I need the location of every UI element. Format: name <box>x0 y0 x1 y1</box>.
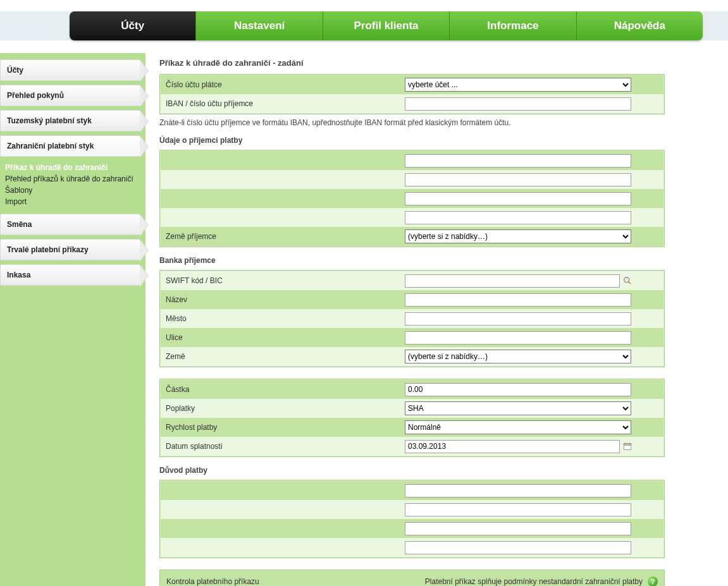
amount-label: Částka <box>161 381 405 398</box>
reason-line2-label <box>161 506 405 513</box>
reason-line1-label <box>161 487 405 494</box>
payment-section: Částka Poplatky SHA Rychlost platby <box>159 379 665 457</box>
sidebar-sub-templates[interactable]: Šablony <box>5 185 137 196</box>
sidebar-sub-import[interactable]: Import <box>5 196 137 207</box>
recipient-line1-input[interactable] <box>405 154 631 168</box>
payer-account-label: Číslo účtu plátce <box>161 76 405 93</box>
account-section: Číslo účtu plátce vyberte účet ... IBAN … <box>159 74 665 114</box>
recipient-line2-input[interactable] <box>405 173 631 186</box>
recipient-line3-input[interactable] <box>405 192 631 205</box>
svg-line-1 <box>629 282 631 284</box>
iban-input[interactable] <box>405 97 631 111</box>
sidebar-item-foreign-payments[interactable]: Zahraniční platební styk <box>0 135 140 157</box>
bank-name-label: Název <box>161 291 405 308</box>
swift-label: SWIFT kód / BIC <box>161 272 405 289</box>
iban-hint: Znáte-li číslo účtu příjemce ve formátu … <box>159 114 665 127</box>
bank-section-title: Banka příjemce <box>159 247 665 270</box>
sidebar-subgroup-foreign: Příkaz k úhradě do zahraničí Přehled pří… <box>0 161 140 214</box>
recipient-line2-label <box>161 176 405 183</box>
reason-line3-input[interactable] <box>405 522 631 535</box>
reason-section <box>159 480 665 558</box>
amount-input[interactable] <box>405 383 631 396</box>
bank-city-label: Město <box>161 310 405 327</box>
sidebar-sub-foreign-order[interactable]: Příkaz k úhradě do zahraničí <box>5 162 137 173</box>
sidebar: Účty Přehled pokynů Tuzemský platební st… <box>0 53 145 586</box>
recipient-line3-label <box>161 195 405 202</box>
nav-client-profile[interactable]: Profil klienta <box>323 11 450 40</box>
sidebar-item-domestic-payments[interactable]: Tuzemský platební styk <box>0 110 140 131</box>
bank-name-input[interactable] <box>405 293 631 307</box>
due-date-label: Datum splatnosti <box>161 438 405 455</box>
recipient-line4-input[interactable] <box>405 211 631 224</box>
page-title: Příkaz k úhradě do zahraničí - zadání <box>159 53 665 74</box>
nav-settings[interactable]: Nastavení <box>196 11 323 40</box>
reason-line4-label <box>161 544 405 551</box>
sidebar-sub-foreign-overview[interactable]: Přehled příkazů k úhradě do zahraničí <box>5 173 137 185</box>
recipient-country-label: Země příjemce <box>161 228 405 245</box>
sidebar-item-orders-overview[interactable]: Přehled pokynů <box>0 85 140 106</box>
due-date-input[interactable] <box>405 440 620 453</box>
reason-line1-input[interactable] <box>405 484 631 497</box>
nav-help[interactable]: Nápověda <box>577 11 703 40</box>
help-icon[interactable]: ? <box>648 577 658 586</box>
bank-city-input[interactable] <box>405 312 631 326</box>
reason-line4-input[interactable] <box>405 541 631 554</box>
order-check-label: Kontrola platebního příkazu <box>166 577 404 586</box>
bank-street-input[interactable] <box>405 331 631 345</box>
recipient-section: Země příjemce (vyberte si z nabídky…) <box>159 150 665 247</box>
bank-country-select[interactable]: (vyberte si z nabídky…) <box>405 350 631 363</box>
reason-line2-input[interactable] <box>405 503 631 516</box>
bank-country-label: Země <box>161 348 405 365</box>
sidebar-item-direct-debits[interactable]: Inkasa <box>0 264 140 286</box>
nav-information[interactable]: Informace <box>450 11 576 40</box>
fees-select[interactable]: SHA <box>405 401 631 415</box>
recipient-line1-label <box>161 157 405 164</box>
reason-line3-label <box>161 525 405 532</box>
calendar-icon[interactable] <box>622 441 632 451</box>
fees-label: Poplatky <box>161 400 405 417</box>
speed-select[interactable]: Normálně <box>405 420 631 434</box>
swift-input[interactable] <box>405 274 620 288</box>
svg-point-0 <box>624 278 629 283</box>
recipient-line4-label <box>161 214 405 221</box>
order-check-row: Kontrola platebního příkazu Platební pří… <box>159 570 665 586</box>
order-check-message: Platební příkaz splňuje podmínky nestand… <box>404 577 648 586</box>
speed-label: Rychlost platby <box>161 419 405 436</box>
iban-label: IBAN / číslo účtu příjemce <box>161 95 405 112</box>
nav-accounts[interactable]: Účty <box>70 11 196 40</box>
reason-section-title: Důvod platby <box>159 457 665 480</box>
svg-rect-3 <box>624 444 631 446</box>
top-nav: Účty Nastavení Profil klienta Informace … <box>70 11 703 40</box>
payer-account-select[interactable]: vyberte účet ... <box>405 78 631 92</box>
bank-street-label: Ulice <box>161 329 405 346</box>
search-icon[interactable] <box>622 276 632 286</box>
sidebar-item-standing-orders[interactable]: Trvalé platební příkazy <box>0 239 140 260</box>
bank-section: SWIFT kód / BIC Název M <box>159 270 665 367</box>
sidebar-item-exchange[interactable]: Směna <box>0 214 140 235</box>
sidebar-item-accounts[interactable]: Účty <box>0 59 140 81</box>
recipient-country-select[interactable]: (vyberte si z nabídky…) <box>405 229 631 243</box>
recipient-section-title: Údaje o příjemci platby <box>159 127 665 150</box>
